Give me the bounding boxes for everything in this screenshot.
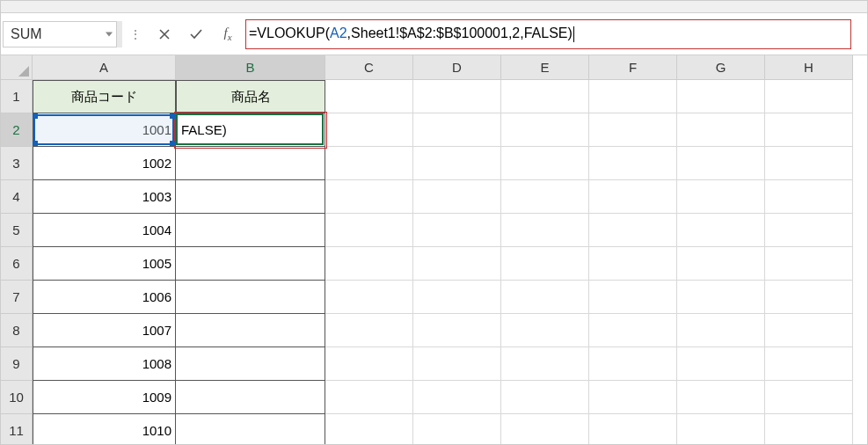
cell-E1[interactable] xyxy=(501,80,589,113)
cell-F10[interactable] xyxy=(589,381,677,414)
cell-C4[interactable] xyxy=(325,180,413,214)
cancel-icon[interactable] xyxy=(149,21,180,47)
cell-B6[interactable] xyxy=(176,247,325,281)
cell-B1[interactable]: 商品名 xyxy=(176,80,325,113)
cell-grid[interactable]: 商品コード商品名10011002100310041005100610071008… xyxy=(33,80,853,445)
cell-B4[interactable] xyxy=(176,180,325,214)
cell-C1[interactable] xyxy=(325,80,413,113)
cell-E2[interactable] xyxy=(501,113,589,147)
cell-D3[interactable] xyxy=(413,147,501,180)
cell-G10[interactable] xyxy=(677,381,765,414)
cell-D9[interactable] xyxy=(413,347,501,381)
cell-C7[interactable] xyxy=(325,281,413,314)
cell-E10[interactable] xyxy=(501,381,589,414)
cell-F3[interactable] xyxy=(589,147,677,180)
cell-B10[interactable] xyxy=(176,381,325,414)
cell-H3[interactable] xyxy=(765,147,853,180)
row-header-3[interactable]: 3 xyxy=(1,147,33,180)
cell-B9[interactable] xyxy=(176,347,325,381)
cell-E8[interactable] xyxy=(501,314,589,347)
cell-D7[interactable] xyxy=(413,281,501,314)
cell-H6[interactable] xyxy=(765,247,853,281)
cell-D5[interactable] xyxy=(413,214,501,247)
cell-E3[interactable] xyxy=(501,147,589,180)
cell-B3[interactable] xyxy=(176,147,325,180)
cell-D1[interactable] xyxy=(413,80,501,113)
cell-G2[interactable] xyxy=(677,113,765,147)
cell-G11[interactable] xyxy=(677,414,765,445)
cell-B7[interactable] xyxy=(176,281,325,314)
cell-F8[interactable] xyxy=(589,314,677,347)
cell-G9[interactable] xyxy=(677,347,765,381)
cell-H9[interactable] xyxy=(765,347,853,381)
cell-F11[interactable] xyxy=(589,414,677,445)
fx-icon[interactable]: fx xyxy=(212,21,244,47)
cell-A3[interactable]: 1002 xyxy=(33,147,176,180)
cell-F9[interactable] xyxy=(589,347,677,381)
chevron-down-icon[interactable] xyxy=(106,32,113,36)
column-header-e[interactable]: E xyxy=(501,55,589,80)
cell-H10[interactable] xyxy=(765,381,853,414)
drag-handle-icon[interactable] xyxy=(122,21,149,47)
cell-F7[interactable] xyxy=(589,281,677,314)
active-cell-editor[interactable]: FALSE) xyxy=(176,113,324,145)
cell-H1[interactable] xyxy=(765,80,853,113)
row-header-5[interactable]: 5 xyxy=(1,214,33,247)
cell-C9[interactable] xyxy=(325,347,413,381)
column-header-f[interactable]: F xyxy=(589,55,677,80)
cell-A7[interactable]: 1006 xyxy=(33,281,176,314)
cell-G7[interactable] xyxy=(677,281,765,314)
cell-E7[interactable] xyxy=(501,281,589,314)
formula-input[interactable]: =VLOOKUP(A2,Sheet1!$A$2:$B$100001,2,FALS… xyxy=(244,21,858,47)
column-header-a[interactable]: A xyxy=(33,55,176,80)
cell-B8[interactable] xyxy=(176,314,325,347)
cell-A9[interactable]: 1008 xyxy=(33,347,176,381)
row-header-11[interactable]: 11 xyxy=(1,414,33,445)
cell-D2[interactable] xyxy=(413,113,501,147)
cell-B11[interactable] xyxy=(176,414,325,445)
cell-A4[interactable]: 1003 xyxy=(33,180,176,214)
cell-H7[interactable] xyxy=(765,281,853,314)
cell-F1[interactable] xyxy=(589,80,677,113)
cell-D4[interactable] xyxy=(413,180,501,214)
row-header-7[interactable]: 7 xyxy=(1,281,33,314)
cell-B5[interactable] xyxy=(176,214,325,247)
cell-F2[interactable] xyxy=(589,113,677,147)
cell-G3[interactable] xyxy=(677,147,765,180)
cell-H11[interactable] xyxy=(765,414,853,445)
cell-H4[interactable] xyxy=(765,180,853,214)
cell-G6[interactable] xyxy=(677,247,765,281)
name-box[interactable]: SUM xyxy=(3,21,117,47)
cell-G5[interactable] xyxy=(677,214,765,247)
cell-C8[interactable] xyxy=(325,314,413,347)
row-header-1[interactable]: 1 xyxy=(1,80,33,113)
row-header-8[interactable]: 8 xyxy=(1,314,33,347)
cell-F4[interactable] xyxy=(589,180,677,214)
cell-E4[interactable] xyxy=(501,180,589,214)
cell-H5[interactable] xyxy=(765,214,853,247)
cell-C2[interactable] xyxy=(325,113,413,147)
column-header-d[interactable]: D xyxy=(413,55,501,80)
cell-H8[interactable] xyxy=(765,314,853,347)
cell-C10[interactable] xyxy=(325,381,413,414)
cell-C3[interactable] xyxy=(325,147,413,180)
row-header-10[interactable]: 10 xyxy=(1,381,33,414)
column-header-c[interactable]: C xyxy=(325,55,413,80)
confirm-icon[interactable] xyxy=(180,21,212,47)
cell-A1[interactable]: 商品コード xyxy=(33,80,176,113)
cell-E6[interactable] xyxy=(501,247,589,281)
cell-G1[interactable] xyxy=(677,80,765,113)
cell-A6[interactable]: 1005 xyxy=(33,247,176,281)
cell-A11[interactable]: 1010 xyxy=(33,414,176,445)
column-header-g[interactable]: G xyxy=(677,55,765,80)
column-header-b[interactable]: B xyxy=(176,55,325,80)
row-header-9[interactable]: 9 xyxy=(1,347,33,381)
cell-C6[interactable] xyxy=(325,247,413,281)
cell-E11[interactable] xyxy=(501,414,589,445)
cell-H2[interactable] xyxy=(765,113,853,147)
cell-F6[interactable] xyxy=(589,247,677,281)
cell-A2[interactable]: 1001 xyxy=(33,113,176,147)
cell-C11[interactable] xyxy=(325,414,413,445)
row-header-2[interactable]: 2 xyxy=(1,113,33,147)
row-header-4[interactable]: 4 xyxy=(1,180,33,214)
